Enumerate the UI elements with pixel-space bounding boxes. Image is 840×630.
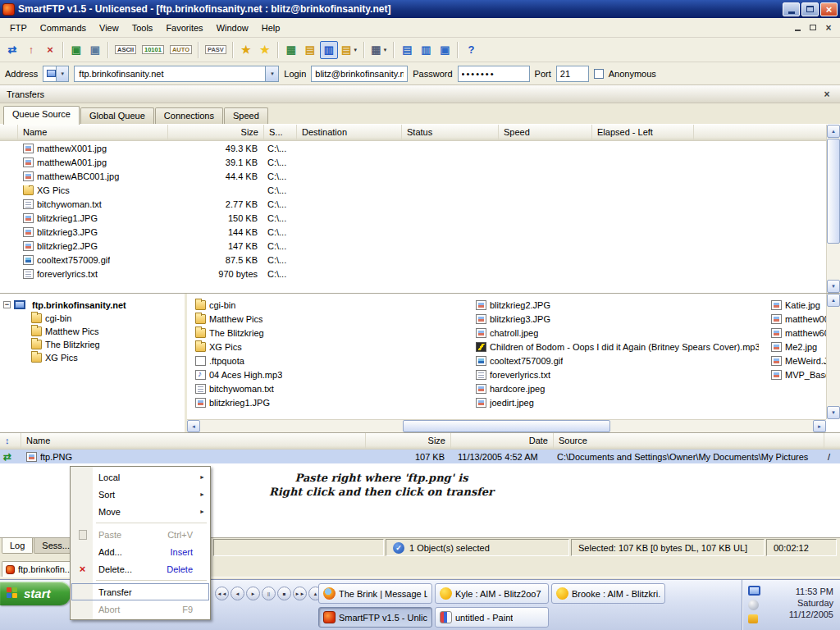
- scroll-right-button[interactable]: [813, 420, 826, 432]
- open-folder-button[interactable]: ▤: [301, 41, 319, 59]
- ascii-mode-button[interactable]: ASCII: [112, 41, 139, 59]
- context-menu-item-paste[interactable]: PasteCtrl+V: [71, 526, 209, 543]
- tree-item-the-blitzkrieg[interactable]: The Blitzkrieg: [31, 338, 183, 351]
- file-item-04-aces-high-mp3[interactable]: 04 Aces High.mp3: [195, 368, 478, 381]
- mdi-restore-button[interactable]: [806, 22, 819, 34]
- files-horizontal-scrollbar[interactable]: [187, 419, 826, 432]
- tab-log[interactable]: Log: [2, 538, 33, 554]
- queue-vertical-scrollbar[interactable]: [826, 125, 840, 293]
- menu-tools[interactable]: Tools: [126, 20, 160, 36]
- tab-global-queue[interactable]: Global Queue: [80, 107, 154, 124]
- volume-tray-icon[interactable]: [748, 600, 759, 610]
- minimize-button[interactable]: [783, 2, 800, 16]
- queue-row[interactable]: blitzkrieg3.JPG144 KBC:\...: [0, 225, 826, 239]
- abort-connection-button[interactable]: ×: [41, 41, 59, 59]
- maximize-button[interactable]: [801, 2, 819, 16]
- scroll-up-button[interactable]: [827, 125, 840, 138]
- taskbar-button-the-brink-message-l[interactable]: The Brink | Message L...: [318, 583, 432, 604]
- files-vertical-scrollbar[interactable]: [826, 294, 840, 419]
- tab-speed[interactable]: Speed: [224, 107, 268, 124]
- file-item-foreverlyrics-txt[interactable]: foreverlyrics.txt: [476, 368, 759, 381]
- menu-favorites[interactable]: Favorites: [159, 20, 209, 36]
- context-menu-item-abort[interactable]: AbortF9: [71, 600, 209, 618]
- start-button[interactable]: start: [0, 582, 71, 605]
- scroll-down-button[interactable]: [827, 406, 840, 419]
- file-item-bitchywoman-txt[interactable]: bitchywoman.txt: [195, 381, 478, 395]
- context-menu-item-delete[interactable]: Delete...Delete: [71, 560, 209, 578]
- auto-mode-button[interactable]: AUTO: [167, 41, 194, 59]
- queue-row[interactable]: matthewABC001.jpg44.4 KBC:\...: [0, 169, 826, 183]
- transfer-queue-button[interactable]: ▥: [320, 41, 338, 59]
- queue-column-elapsed-left[interactable]: Elapsed - Left: [592, 125, 694, 140]
- queue-row[interactable]: cooltext757009.gif87.5 KBC:\...: [0, 253, 826, 267]
- queue-column-name[interactable]: Name: [18, 125, 168, 140]
- queue-row[interactable]: XG PicsC:\...: [0, 183, 826, 197]
- queue-column-speed[interactable]: Speed: [499, 125, 592, 140]
- local-column-size[interactable]: Size: [366, 433, 451, 449]
- context-menu-item-sort[interactable]: Sort: [71, 486, 209, 503]
- file-item-children-of-bodom-oops-i-did-it-again-britney-spears-cover-mp3[interactable]: Children of Bodom - Oops I did it Again …: [476, 340, 759, 354]
- scrollbar-thumb[interactable]: [403, 420, 611, 432]
- file-item-blitzkrieg3-jpg[interactable]: blitzkrieg3.JPG: [476, 312, 759, 326]
- queue-row[interactable]: matthewA001.jpg39.1 KBC:\...: [0, 155, 826, 169]
- file-item-chatroll-jpeg[interactable]: chatroll.jpeg: [476, 326, 759, 340]
- tree-item-cgi-bin[interactable]: cgi-bin: [31, 312, 183, 325]
- context-menu-item-local[interactable]: Local: [71, 468, 209, 486]
- queue-row[interactable]: foreverlyrics.txt970 bytesC:\...: [0, 267, 826, 281]
- connect-button[interactable]: ⇄: [3, 41, 21, 59]
- queue-row[interactable]: blitzkrieg2.JPG147 KBC:\...: [0, 239, 826, 253]
- favorites-button[interactable]: ★: [256, 41, 274, 59]
- file-item-blitzkrieg2-jpg[interactable]: blitzkrieg2.JPG: [476, 298, 759, 312]
- queue-row[interactable]: matthewX001.jpg49.3 KBC:\...: [0, 141, 826, 155]
- local-browser-button[interactable]: ▣: [86, 41, 104, 59]
- pasv-mode-button[interactable]: PASV: [203, 41, 229, 59]
- scroll-up-button[interactable]: [827, 294, 840, 307]
- download-folder-button[interactable]: ▤: [339, 41, 360, 59]
- media-stop-button[interactable]: ■: [277, 587, 291, 600]
- file-item-matthew-pics[interactable]: Matthew Pics: [195, 312, 478, 326]
- remote-browser-button[interactable]: ▣: [67, 41, 85, 59]
- menu-commands[interactable]: Commands: [34, 20, 93, 36]
- views-button[interactable]: ▦: [368, 41, 390, 59]
- statistics-button[interactable]: ▦: [282, 41, 300, 59]
- anonymous-checkbox[interactable]: [594, 69, 604, 79]
- tab-queue-source[interactable]: Queue Source: [3, 106, 80, 125]
- file-item-xg-pics[interactable]: XG Pics: [195, 340, 478, 354]
- file-item-joedirt-jpeg[interactable]: joedirt.jpeg: [476, 395, 759, 409]
- local-row[interactable]: ftp.PNG107 KB11/13/2005 4:52 AMC:\Docume…: [0, 450, 840, 463]
- menu-view[interactable]: View: [93, 20, 126, 36]
- login-input[interactable]: [311, 66, 408, 82]
- queue-row[interactable]: blitzkrieg1.JPG150 KBC:\...: [0, 211, 826, 225]
- mdi-minimize-button[interactable]: [791, 22, 804, 34]
- binary-mode-button[interactable]: 10101: [139, 41, 167, 59]
- file-item-blitzkrieg1-jpg[interactable]: blitzkrieg1.JPG: [195, 395, 478, 409]
- media-pause-button[interactable]: ||: [262, 587, 276, 600]
- dropdown-arrow-icon[interactable]: [265, 66, 278, 81]
- tree-item-xg-pics[interactable]: XG Pics: [31, 351, 183, 364]
- close-button[interactable]: [820, 2, 838, 16]
- scroll-left-button[interactable]: [187, 420, 200, 432]
- tree-root-node[interactable]: ftp.brinkofinsanity.net: [3, 298, 183, 312]
- queue-column-destination[interactable]: Destination: [297, 125, 402, 140]
- taskbar-button-untitled-paint[interactable]: untitled - Paint: [435, 607, 549, 628]
- taskbar-button-smartftp-v1-5-unlic[interactable]: SmartFTP v1.5 - Unlic...: [318, 607, 432, 628]
- network-monitor-tray-icon[interactable]: [748, 586, 760, 596]
- file-item-cgi-bin[interactable]: cgi-bin: [195, 298, 478, 312]
- password-input[interactable]: [458, 66, 530, 82]
- mdi-close-button[interactable]: [822, 22, 835, 34]
- queue-row[interactable]: bitchywoman.txt2.77 KBC:\...: [0, 197, 826, 211]
- queue-column-status[interactable]: Status: [402, 125, 499, 140]
- address-type-combo[interactable]: [43, 66, 69, 82]
- cascade-button[interactable]: ▣: [436, 41, 454, 59]
- scroll-down-button[interactable]: [827, 280, 840, 293]
- disconnect-button[interactable]: ↑: [22, 41, 40, 59]
- dropdown-arrow-icon[interactable]: [56, 66, 68, 81]
- taskbar-button-brooke-aim-blitzkri[interactable]: Brooke : AIM - Blitzkri...: [551, 583, 665, 604]
- menu-help[interactable]: Help: [255, 20, 287, 36]
- queue-column-s[interactable]: S...: [264, 125, 297, 140]
- context-menu-item-add[interactable]: Add...Insert: [71, 543, 209, 560]
- context-menu-item-transfer[interactable]: Transfer: [71, 583, 209, 600]
- file-item-hardcore-jpeg[interactable]: hardcore.jpeg: [476, 381, 759, 395]
- port-input[interactable]: [556, 66, 589, 82]
- help-button[interactable]: ?: [462, 41, 480, 59]
